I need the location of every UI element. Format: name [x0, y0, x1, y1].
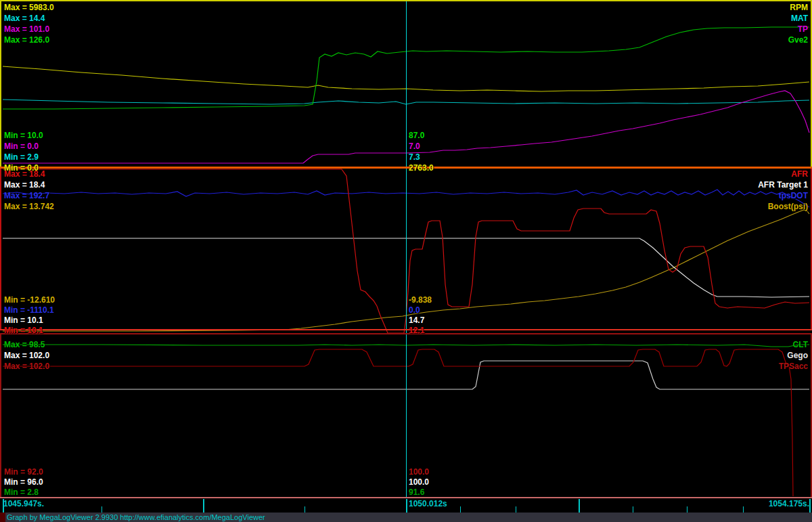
status-bar-text: Graph by MegaLogViewer 2.9930 http://www…: [7, 513, 265, 522]
axis-tick: [687, 506, 687, 513]
panel2-min-labels: Min = -12.610Min = -1110.1Min = 10.1Min …: [4, 295, 55, 336]
panel1-legend-item: TP: [788, 24, 808, 35]
panel-afr: Max = 18.4Max = 18.4Max = 192.7Max = 13.…: [0, 167, 812, 330]
panel1-cursor-values-item: 87.0: [409, 130, 434, 141]
panel1-min-labels-item: Min = 0.0: [4, 141, 43, 152]
panel3-cursor-values-item: 91.6: [409, 487, 429, 498]
panel-rpm: Max = 5983.0Max = 14.4Max = 101.0Max = 1…: [0, 0, 812, 167]
axis-tick: [809, 499, 811, 513]
panel2-min-labels-item: Min = -12.610: [4, 295, 55, 305]
panel2-cursor-values: -9.8380.014.712.1: [409, 295, 432, 336]
panel2-cursor-values-item: -9.838: [409, 295, 432, 305]
time-label-cursor: 1050.012s: [409, 499, 447, 508]
time-label-end: 1054.175s.: [769, 499, 809, 508]
panel1-max-labels-item: Max = 5983.0: [4, 2, 54, 13]
panel3-min-labels: Min = 92.0Min = 96.0Min = 2.8: [4, 467, 43, 498]
panel-clt: Max = 98.5Max = 102.0Max = 102.0 Min = 9…: [0, 334, 812, 497]
panel2-legend: AFRAFR Target 1tpsDOTBoost(psi): [758, 169, 808, 212]
panel3-min-labels-item: Min = 92.0: [4, 467, 43, 477]
axis-tick: [460, 506, 461, 513]
panel1-legend: RPMMATTPGve2: [788, 2, 808, 45]
panel2-max-labels-item: Max = 18.4: [4, 179, 54, 190]
time-label-start: 1045.947s.: [3, 499, 44, 508]
panel3-legend-item: CLT: [779, 339, 808, 350]
panel2-legend-item: tpsDOT: [758, 190, 808, 201]
axis-tick: [633, 506, 633, 513]
panel3-max-labels-item: Max = 98.5: [4, 339, 49, 350]
panel3-max-labels-item: Max = 102.0: [4, 350, 49, 361]
panel1-max-labels: Max = 5983.0Max = 14.4Max = 101.0Max = 1…: [4, 2, 54, 45]
panel1-legend-item: MAT: [788, 13, 808, 24]
axis-tick: [516, 506, 516, 513]
panel2-max-labels-item: Max = 13.742: [4, 201, 54, 212]
panel1-min-labels-item: Min = 2.9: [4, 152, 43, 162]
status-corner: [0, 513, 5, 522]
panel3-cursor-values: 100.0100.091.6: [409, 467, 429, 498]
panel1-cursor-values-item: 7.3: [409, 152, 434, 162]
axis-tick: [304, 506, 305, 513]
panel2-min-labels-item: Min = 10.1: [4, 316, 55, 326]
panel2-legend-item: AFR: [758, 169, 808, 179]
status-bar: Graph by MegaLogViewer 2.9930 http://www…: [0, 513, 812, 522]
axis-tick: [203, 499, 204, 513]
panel3-legend-item: Gego: [779, 350, 808, 361]
panel3-cursor-values-item: 100.0: [409, 477, 429, 487]
panel2-max-labels: Max = 18.4Max = 18.4Max = 192.7Max = 13.…: [4, 169, 54, 212]
panel3-max-labels-item: Max = 102.0: [4, 361, 49, 372]
megalogviewer-graph-window: Max = 5983.0Max = 14.4Max = 101.0Max = 1…: [0, 0, 812, 522]
axis-tick: [743, 506, 744, 513]
panel1-min-labels-item: Min = 10.0: [4, 130, 43, 141]
panel1-max-labels-item: Max = 14.4: [4, 13, 54, 24]
panel3-legend: CLTGegoTPSacc: [779, 339, 808, 372]
panel1-max-labels-item: Max = 101.0: [4, 24, 54, 35]
panel3-legend-item: TPSacc: [779, 361, 808, 372]
panel2-max-labels-item: Max = 192.7: [4, 190, 54, 201]
panel3-min-labels-item: Min = 96.0: [4, 477, 43, 487]
axis-tick: [102, 506, 102, 513]
panel2-min-labels-item: Min = -1110.1: [4, 305, 55, 316]
time-axis[interactable]: 1045.947s. 1050.012s 1054.175s.: [0, 498, 812, 513]
axis-tick: [406, 499, 407, 513]
axis-tick: [579, 499, 580, 513]
panel1-max-labels-item: Max = 126.0: [4, 35, 54, 45]
panel1-cursor-values-item: 7.0: [409, 141, 434, 152]
panel2-legend-item: Boost(psi): [758, 201, 808, 212]
panel2-cursor-values-item: 14.7: [409, 316, 432, 326]
panel2-legend-item: AFR Target 1: [758, 179, 808, 190]
panel3-max-labels: Max = 98.5Max = 102.0Max = 102.0: [4, 339, 49, 372]
panel2-max-labels-item: Max = 18.4: [4, 169, 54, 179]
panel3-cursor-values-item: 100.0: [409, 467, 429, 477]
panel3-min-labels-item: Min = 2.8: [4, 487, 43, 498]
axis-tick: [3, 499, 4, 513]
panel1-legend-item: RPM: [788, 2, 808, 13]
panel1-legend-item: Gve2: [788, 35, 808, 45]
panel2-cursor-values-item: 0.0: [409, 305, 432, 316]
